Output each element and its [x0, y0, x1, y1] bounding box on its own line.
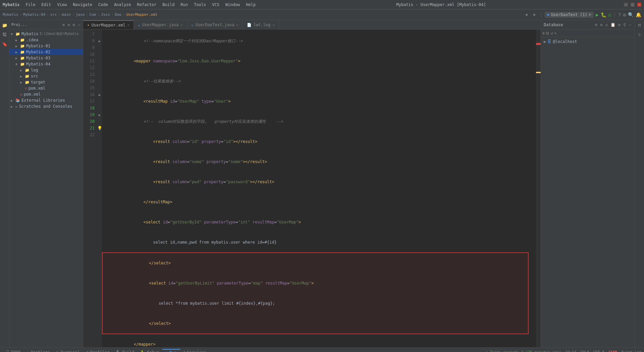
tree-item-mybatis04[interactable]: ▼ 📁 Mybatis-04 [9, 61, 83, 67]
tree-item-mybatis02[interactable]: ▶ 📁 Mybatis-02 [9, 49, 83, 55]
tab-lwtlog[interactable]: 📄 lwt.log ✕ [243, 20, 279, 29]
sidebar-header: Proj... ⊕ ≡ ⚙ — [9, 20, 83, 30]
coverage-button[interactable]: ☑ [608, 12, 611, 17]
menu-navigate[interactable]: Navigate [70, 2, 95, 8]
tree-item-mybatis03[interactable]: ▶ 📁 Mybatis-03 [9, 55, 83, 61]
run-config-name: UserDaoTest (1) [551, 12, 587, 17]
db-item-localhost[interactable]: ▶ 🗄 @localhost [542, 39, 633, 45]
tree-item-external-libs[interactable]: ▶ 📚 External Libraries [9, 97, 83, 103]
bottom-tab-todo-label: TODO [11, 350, 20, 352]
sidebar-close-icon[interactable]: — [77, 22, 81, 28]
run-configuration[interactable]: ▶ UserDaoTest (1) ▼ [545, 12, 594, 18]
run-config-dropdown[interactable]: ▼ [589, 12, 591, 17]
db-edit-icon[interactable]: ✎ [554, 31, 556, 36]
tree-label-pom-root: pom.xml [24, 92, 41, 97]
structure-icon[interactable]: 🏗 [1, 31, 8, 38]
gutter-21-bulb[interactable]: 💡 [97, 125, 102, 132]
menu-code[interactable]: Code [96, 2, 111, 8]
tab-close-userdaotest[interactable]: ✕ [236, 23, 238, 27]
menu-help[interactable]: Help [243, 2, 258, 8]
tree-item-pom04[interactable]: ▶ m pom.xml [9, 85, 83, 91]
maximize-button[interactable]: □ [631, 3, 635, 7]
help-button[interactable]: ? [618, 12, 621, 17]
minimize-button[interactable]: — [624, 3, 628, 7]
code-editor-container: 7 8 9 10 11 12 13 14 15 16 17 18 19 20 2… [83, 30, 541, 347]
forward-button[interactable]: ▶ [531, 12, 538, 17]
tab-label-usermapper-xml: UserMapper.xml [92, 23, 125, 28]
sidebar-settings-icon[interactable]: ⚙ [72, 22, 76, 28]
menu-run[interactable]: Run [178, 2, 191, 8]
tree-item-pom-root[interactable]: ▶ m pom.xml [9, 91, 83, 97]
menu-file[interactable]: File [23, 2, 38, 8]
db-filter-icon[interactable]: ⚲ [623, 22, 627, 28]
tree-item-src[interactable]: ▶ 📁 src [9, 73, 83, 79]
tree-item-log[interactable]: ▶ 📁 log [9, 67, 83, 73]
db-refresh-icon[interactable]: ↺ [604, 22, 608, 28]
scratches-icon: ✏ [15, 104, 18, 109]
debug-button[interactable]: 🐛 [601, 12, 606, 17]
db-ddl-icon[interactable]: 📋 [610, 22, 616, 28]
bottom-tab-profiler[interactable]: ◉ Profiler [83, 349, 113, 352]
bookmarks-icon[interactable]: 🔖 [1, 40, 8, 48]
tests-status: ✓ Tests passed: 2 (26 minutes ago) [486, 350, 561, 352]
folder-icon-target: 📁 [25, 80, 30, 85]
db-refresh-toolbar[interactable]: ↺ [550, 31, 553, 36]
run-button[interactable]: ▶ [596, 12, 598, 17]
project-icon[interactable]: 📁 [1, 21, 8, 29]
tab-close-usermapper-xml[interactable]: ✕ [127, 23, 130, 27]
tab-close-lwtlog[interactable]: ✕ [272, 23, 275, 27]
menu-refactor[interactable]: Refactor [135, 2, 159, 8]
title-bar: Mybatis File Edit View Navigate Code Ana… [0, 0, 644, 9]
menu-tools[interactable]: Tools [191, 2, 209, 8]
db-new-connection[interactable]: ⊕ [542, 31, 545, 36]
menu-analyze[interactable]: Analyze [111, 2, 134, 8]
tab-close-usermapper-java[interactable]: ✕ [180, 23, 183, 27]
breadcrumb-part-5: Com [90, 12, 96, 17]
bottom-tab-build[interactable]: 🔨 Build [113, 349, 138, 352]
back-button[interactable]: ◀ [523, 12, 530, 17]
locate-icon[interactable]: ⊕ [62, 22, 65, 28]
db-add-icon[interactable]: ⊕ [594, 22, 598, 28]
menu-window[interactable]: Window [223, 2, 243, 8]
breadcrumb-part-2: src [50, 12, 57, 17]
tree-item-idea[interactable]: ▶ 📁 .idea [9, 37, 83, 43]
bottom-tab-services[interactable]: ⚙ Services [180, 349, 210, 352]
close-button[interactable]: ✕ [637, 3, 641, 7]
tab-usermapper-xml[interactable]: ✦ UserMapper.xml ✕ [83, 20, 134, 29]
profiler-icon: ◉ [87, 350, 89, 352]
tree-item-mybatis01[interactable]: ▶ 📁 Mybatis-01 [9, 43, 83, 49]
db-settings-icon[interactable]: ⚙ [618, 22, 621, 28]
folder-icon-04: 📁 [20, 62, 25, 66]
tab-userdaotest[interactable]: ☕ UserDaoTest.java ✕ [187, 20, 243, 29]
tree-item-scratches[interactable]: ▶ ✏ Scratches and Consoles [9, 103, 83, 109]
settings-button[interactable]: ⚙ [623, 12, 626, 17]
collapse-all-icon[interactable]: ≡ [67, 22, 70, 28]
bottom-tab-debug[interactable]: 🐛 Debug [138, 349, 162, 352]
tree-item-target[interactable]: ▶ 📁 target [9, 79, 83, 85]
db-collapse-icon[interactable]: ≡ [599, 22, 603, 28]
tab-usermapper-java[interactable]: ☕ UserMapper.java ✕ [134, 20, 187, 29]
event-log[interactable]: Event Log [621, 350, 641, 352]
menu-build[interactable]: Build [160, 2, 177, 8]
menu-vcs[interactable]: VCS [209, 2, 222, 8]
maven-icon[interactable]: M [636, 21, 643, 29]
breadcrumb-part-0: Mybatis [3, 12, 18, 17]
search-everywhere-button[interactable]: 🔍 [628, 12, 634, 17]
menu-edit[interactable]: Edit [39, 2, 54, 8]
db-connection-icon: 🗄 [547, 39, 551, 44]
bottom-tab-todo[interactable]: ☰ TODO [3, 349, 24, 352]
bottom-tab-terminal[interactable]: ▶ Terminal [53, 349, 83, 352]
notifications-button[interactable]: 🔔 [636, 12, 641, 17]
tree-item-mybatis[interactable]: ▼ 📁 Mybatis E:\Ideal项目\Mybatis [9, 31, 83, 37]
code-content[interactable]: <!--namespace绑定一个对应的Dao/Mapper接口--> <map… [102, 30, 536, 347]
bottom-tab-run[interactable]: ▶ Run [162, 349, 180, 352]
gradle-icon[interactable]: G [636, 31, 643, 38]
code-line-10: <resultMap id="UserMap" type="User"> [105, 91, 533, 111]
bottom-tab-problems[interactable]: ⚠ Problems [24, 349, 53, 352]
db-copy-icon[interactable]: ⧉ [546, 31, 549, 36]
menu-view[interactable]: View [54, 2, 69, 8]
db-close-icon[interactable]: — [628, 22, 632, 28]
line-num-10: 10 [83, 51, 97, 58]
bottom-tab-problems-label: Problems [31, 350, 50, 352]
code-line-13: <result column="name" property="name"></… [105, 152, 533, 172]
